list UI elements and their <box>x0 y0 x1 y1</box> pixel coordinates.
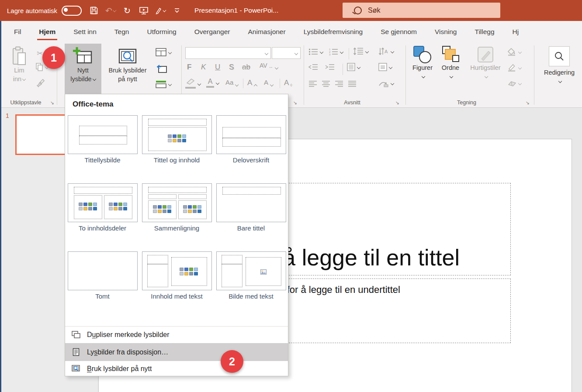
underline-button[interactable]: U <box>215 63 220 72</box>
shapes-button[interactable]: Figurer <box>410 45 435 78</box>
reuse-slides-item[interactable]: Bruk lysbilder på nytt <box>65 361 288 377</box>
columns-button[interactable] <box>347 63 360 71</box>
ink-touch-icon[interactable] <box>155 5 166 16</box>
section-chevron-icon <box>168 83 172 86</box>
smartart-chevron-icon <box>391 82 394 85</box>
layout-bilde-med-tekst[interactable]: Bilde med tekst <box>215 251 287 320</box>
text-direction-button[interactable]: A <box>378 47 394 55</box>
tab-hjelp[interactable]: Hj <box>512 25 520 38</box>
bold-button[interactable]: F <box>187 63 191 72</box>
numbering-button[interactable]: 123 <box>329 48 343 55</box>
layout-tomt[interactable]: Tomt <box>67 251 138 320</box>
arrange-button[interactable]: Ordne <box>437 45 464 78</box>
divider <box>280 79 280 88</box>
shrink-font-button[interactable]: A <box>264 79 273 86</box>
qat-customize-icon[interactable] <box>172 5 182 16</box>
title-bar: Lagre automatisk ↶ ↻ Presentasjon1 - Pow… <box>0 0 582 21</box>
autosave-toggle[interactable] <box>62 6 82 16</box>
tab-hjem[interactable]: Hjem <box>38 25 56 38</box>
search-icon <box>354 7 362 14</box>
tab-lysbildefremvisning[interactable]: Lysbildefremvisning <box>303 25 364 38</box>
reuse-slides-icon <box>117 47 138 66</box>
layout-to-innholdsdeler[interactable]: To innholdsdeler <box>67 183 138 251</box>
text-shadow-button[interactable]: S <box>229 63 234 72</box>
bullets-button[interactable] <box>308 48 323 55</box>
tab-se-gjennom[interactable]: Se gjennom <box>380 25 418 38</box>
editing-find-icon <box>554 51 565 62</box>
strikethrough-button[interactable]: ab <box>242 63 250 72</box>
align-center-button[interactable] <box>322 80 330 87</box>
slide-thumbnail[interactable] <box>15 114 72 155</box>
character-spacing-button[interactable]: AV↔ <box>260 62 278 69</box>
quick-styles-chevron-icon <box>484 74 488 78</box>
tab-utforming[interactable]: Utforming <box>146 25 177 38</box>
search-box[interactable]: Søk <box>343 3 500 18</box>
format-painter-icon[interactable] <box>36 79 45 87</box>
reuse-slides-button[interactable]: Bruk lysbilder på nytt <box>102 44 153 94</box>
italic-button[interactable]: K <box>201 63 206 72</box>
editing-button[interactable]: Redigering <box>542 46 577 83</box>
grow-font-button[interactable]: A <box>247 79 257 87</box>
tab-fil[interactable]: Fil <box>13 25 22 38</box>
drawing-dialog-launcher[interactable]: ↘ <box>524 100 530 106</box>
shape-fill-chevron-icon <box>518 50 522 54</box>
shape-outline-button[interactable] <box>508 64 521 72</box>
align-right-button[interactable] <box>335 80 343 87</box>
font-color-button[interactable]: A <box>206 78 219 88</box>
align-text-button[interactable] <box>378 63 392 71</box>
paste-button[interactable]: Lim inn <box>5 46 33 83</box>
layout-sammenligning[interactable]: Sammenligning <box>141 183 212 251</box>
numbering-chevron-icon <box>340 50 343 53</box>
font-name-combo[interactable] <box>185 47 271 59</box>
step-1-badge: 1 <box>42 46 65 69</box>
layout-innhold-med-tekst[interactable]: Innhold med tekst <box>141 251 212 320</box>
new-slide-dropdown: Office-tema Tittellysbilde Tittel og inn… <box>65 94 288 376</box>
tab-tillegg[interactable]: Tillegg <box>474 25 495 38</box>
highlight-color-button[interactable] <box>185 79 201 89</box>
reuse-slides-menu-icon <box>71 365 81 373</box>
save-icon[interactable] <box>89 5 99 16</box>
tab-overganger[interactable]: Overganger <box>194 25 231 38</box>
arrange-icon <box>441 45 460 64</box>
shape-effects-button[interactable] <box>508 79 521 87</box>
tab-tegn[interactable]: Tegn <box>114 25 130 38</box>
reset-slide-button[interactable] <box>156 64 167 73</box>
tab-animasjoner[interactable]: Animasjoner <box>247 25 287 38</box>
shape-outline-chevron-icon <box>518 66 522 69</box>
tab-visning[interactable]: Visning <box>434 25 458 38</box>
tab-sett-inn[interactable]: Sett inn <box>73 25 97 38</box>
slides-from-outline-item[interactable]: Lysbilder fra disposisjon… <box>65 343 288 361</box>
start-slideshow-icon[interactable] <box>139 5 149 16</box>
redo-icon[interactable]: ↻ <box>122 5 132 16</box>
convert-smartart-button[interactable] <box>378 79 394 87</box>
layout-tittellysbilde[interactable]: Tittellysbilde <box>67 115 138 183</box>
line-spacing-button[interactable] <box>353 47 368 55</box>
font-size-combo[interactable] <box>272 47 301 59</box>
new-slide-label-line1: Nytt <box>77 67 89 74</box>
layout-deloverskrift[interactable]: Deloverskrift <box>215 115 287 183</box>
layout-tittel-og-innhold[interactable]: Tittel og innhold <box>141 115 212 183</box>
align-left-button[interactable] <box>308 80 317 87</box>
clipboard-icon <box>12 46 26 66</box>
duplicate-slides-item[interactable]: Dupliser merkede lysbilder <box>65 327 288 343</box>
reuse-slides-menu-label: Bruk lysbilder på nytt <box>87 365 152 373</box>
new-slide-button[interactable]: Nytt lysbilde <box>65 44 101 94</box>
content-icons <box>153 205 171 213</box>
clear-formatting-button[interactable]: A◊ <box>284 79 292 87</box>
slide-layout-button[interactable] <box>156 48 171 56</box>
quick-styles-button[interactable]: Hurtigstiler <box>466 45 505 78</box>
decrease-indent-button[interactable] <box>308 64 318 70</box>
justify-button[interactable] <box>348 80 357 87</box>
layout-bare-tittel[interactable]: Bare tittel <box>215 183 287 251</box>
change-case-button[interactable]: Aa <box>225 79 238 86</box>
increase-indent-button[interactable] <box>325 64 335 70</box>
reuse-slides-label-line2: på nytt <box>118 76 137 83</box>
section-button[interactable] <box>156 80 171 88</box>
group-divider <box>405 45 406 105</box>
undo-icon[interactable]: ↶ <box>105 5 116 16</box>
clipboard-dialog-launcher[interactable]: ↘ <box>49 100 55 106</box>
paragraph-dialog-launcher[interactable]: ↘ <box>394 100 400 106</box>
font-dialog-launcher[interactable]: ↘ <box>292 100 298 106</box>
new-slide-label-line2: lysbilde <box>70 76 91 83</box>
shape-fill-button[interactable] <box>508 48 521 56</box>
